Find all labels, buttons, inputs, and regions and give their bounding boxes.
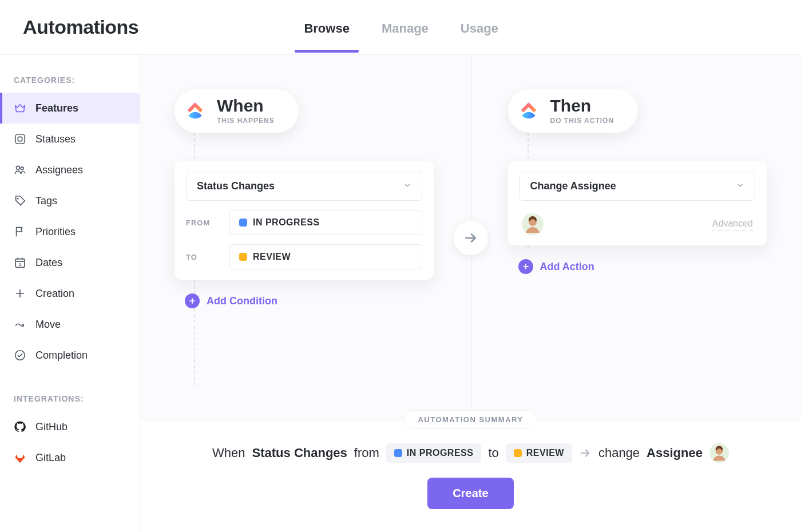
categories-heading: CATEGORIES: — [0, 71, 140, 93]
sidebar-item-label: Creation — [35, 288, 74, 300]
from-status-value: IN PROGRESS — [253, 217, 320, 228]
summary-from-chip: IN PROGRESS — [386, 443, 482, 463]
sidebar-separator — [0, 379, 140, 379]
main: When THIS HAPPENS Status Changes FROM — [140, 55, 801, 532]
sidebar-item-label: GitLab — [35, 452, 66, 464]
when-title: When — [217, 97, 275, 114]
summary-avatar — [709, 443, 729, 463]
sidebar-item-github[interactable]: GitHub — [0, 411, 140, 442]
tab-browse[interactable]: Browse — [302, 3, 351, 52]
status-color-blue — [239, 219, 247, 227]
action-card: Change Assignee Advanced — [508, 161, 767, 245]
from-status-select[interactable]: IN PROGRESS — [229, 210, 422, 235]
summary-to-chip: REVIEW — [506, 443, 572, 463]
action-value: Change Assignee — [530, 180, 616, 192]
flag-icon — [14, 225, 26, 238]
automation-summary: AUTOMATION SUMMARY When Status Changes f… — [140, 420, 801, 532]
summary-from-status: IN PROGRESS — [407, 448, 474, 458]
sidebar-item-label: Tags — [35, 195, 57, 207]
tab-usage[interactable]: Usage — [458, 3, 501, 52]
chevron-down-icon — [736, 180, 744, 192]
summary-sentence: When Status Changes from IN PROGRESS to … — [157, 443, 784, 463]
chevron-down-icon — [403, 180, 411, 192]
header: Automations Browse Manage Usage — [0, 0, 801, 55]
integrations-heading: INTEGRATIONS: — [0, 390, 140, 411]
sidebar-item-label: GitHub — [35, 421, 68, 433]
sidebar-item-creation[interactable]: Creation — [0, 278, 140, 309]
summary-from-word: from — [354, 446, 379, 460]
sidebar-item-label: Move — [35, 319, 61, 331]
sidebar-item-label: Dates — [35, 257, 62, 269]
to-label: TO — [186, 253, 218, 261]
summary-label: AUTOMATION SUMMARY — [403, 410, 537, 429]
add-condition-label: Add Condition — [207, 295, 277, 307]
plus-outline-icon — [14, 287, 26, 300]
body: CATEGORIES: Features Statuses Assignees … — [0, 55, 801, 532]
summary-to-word: to — [488, 446, 498, 460]
when-subtitle: THIS HAPPENS — [217, 117, 275, 125]
sidebar-item-label: Priorities — [35, 226, 76, 238]
create-button[interactable]: Create — [427, 478, 513, 509]
sidebar-item-label: Completion — [35, 350, 88, 362]
add-action-label: Add Action — [540, 261, 594, 273]
people-icon — [14, 164, 26, 176]
move-icon — [14, 318, 26, 331]
tabs: Browse Manage Usage — [138, 3, 664, 52]
then-title: Then — [550, 97, 614, 114]
sidebar-item-completion[interactable]: Completion — [0, 340, 140, 371]
status-color-amber — [514, 449, 522, 457]
arrow-icon — [454, 221, 488, 255]
action-select[interactable]: Change Assignee — [520, 172, 756, 201]
builder: When THIS HAPPENS Status Changes FROM — [140, 55, 801, 420]
crown-icon — [14, 102, 26, 114]
sidebar-item-label: Assignees — [35, 164, 83, 176]
add-condition-button[interactable]: Add Condition — [185, 293, 277, 308]
summary-when-word: When — [212, 446, 245, 460]
status-color-amber — [239, 253, 247, 261]
clickup-logo-icon — [184, 100, 207, 122]
sidebar-item-tags[interactable]: Tags — [0, 185, 140, 216]
sidebar-item-gitlab[interactable]: GitLab — [0, 442, 140, 473]
status-color-blue — [394, 449, 402, 457]
sidebar-item-features[interactable]: Features — [0, 93, 140, 124]
calendar-icon — [14, 256, 26, 269]
assignee-avatar[interactable] — [522, 213, 544, 235]
github-icon — [14, 420, 26, 433]
sidebar-item-dates[interactable]: Dates — [0, 247, 140, 278]
when-header: When THIS HAPPENS — [175, 89, 299, 133]
then-header: Then DO THIS ACTION — [508, 89, 639, 133]
sidebar-item-label: Statuses — [35, 133, 76, 145]
when-column: When THIS HAPPENS Status Changes FROM — [140, 55, 468, 420]
from-label: FROM — [186, 219, 218, 227]
then-subtitle: DO THIS ACTION — [550, 117, 614, 125]
tab-manage[interactable]: Manage — [379, 3, 431, 52]
gitlab-icon — [14, 451, 26, 464]
add-action-button[interactable]: Add Action — [518, 259, 594, 274]
trigger-select[interactable]: Status Changes — [186, 172, 422, 201]
then-column: Then DO THIS ACTION Change Assignee Adva… — [468, 55, 802, 420]
summary-to-status: REVIEW — [526, 448, 564, 458]
status-icon — [14, 133, 26, 145]
plus-icon — [518, 259, 533, 274]
app-root: Automations Browse Manage Usage CATEGORI… — [0, 0, 801, 532]
advanced-link[interactable]: Advanced — [712, 219, 753, 231]
check-circle-icon — [14, 349, 26, 362]
arrow-icon — [579, 447, 592, 459]
sidebar-item-priorities[interactable]: Priorities — [0, 216, 140, 247]
to-status-value: REVIEW — [253, 252, 291, 262]
sidebar-item-assignees[interactable]: Assignees — [0, 154, 140, 185]
sidebar-item-statuses[interactable]: Statuses — [0, 124, 140, 154]
clickup-logo-icon — [517, 100, 540, 122]
summary-change-word: change — [598, 446, 640, 460]
page-title: Automations — [23, 16, 138, 38]
trigger-value: Status Changes — [197, 180, 275, 192]
tag-icon — [14, 194, 26, 207]
sidebar: CATEGORIES: Features Statuses Assignees … — [0, 55, 140, 532]
sidebar-item-move[interactable]: Move — [0, 309, 140, 340]
summary-trigger: Status Changes — [252, 446, 347, 460]
plus-icon — [185, 293, 200, 308]
to-status-select[interactable]: REVIEW — [229, 244, 422, 269]
trigger-card: Status Changes FROM IN PROGRESS — [175, 161, 434, 280]
sidebar-item-label: Features — [35, 102, 78, 114]
summary-object: Assignee — [647, 446, 703, 460]
